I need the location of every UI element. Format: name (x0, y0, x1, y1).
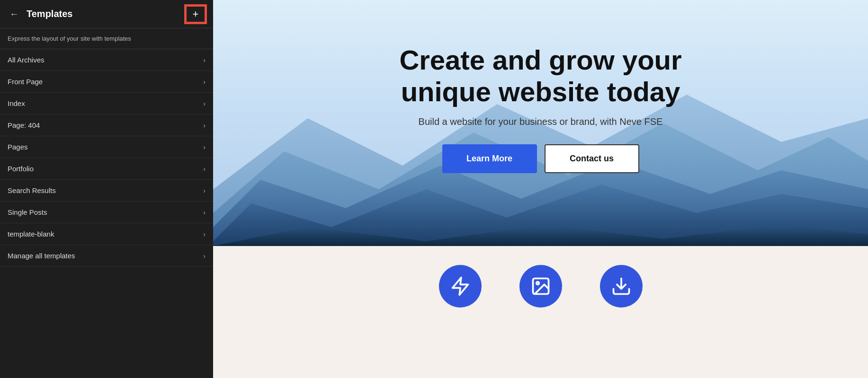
sidebar-title: Templates (27, 9, 180, 19)
nav-item-label-search-results: Search Results (8, 186, 56, 194)
nav-item-page-404[interactable]: Page: 404› (0, 114, 213, 136)
contact-us-button[interactable]: Contact us (545, 144, 639, 173)
nav-item-front-page[interactable]: Front Page› (0, 71, 213, 93)
sidebar-header: ← Templates + (0, 0, 213, 28)
nav-item-label-manage-all-templates: Manage all templates (8, 252, 75, 260)
feature-icon-1 (439, 265, 482, 308)
nav-item-index[interactable]: Index› (0, 93, 213, 114)
nav-item-search-results[interactable]: Search Results› (0, 180, 213, 202)
learn-more-button[interactable]: Learn More (442, 144, 537, 173)
hero-text-content: Create and grow your unique website toda… (332, 44, 749, 173)
nav-item-chevron-index: › (203, 100, 206, 107)
nav-item-label-front-page: Front Page (8, 78, 43, 86)
nav-item-all-archives[interactable]: All Archives› (0, 49, 213, 71)
nav-item-chevron-pages: › (203, 143, 206, 151)
nav-item-chevron-search-results: › (203, 187, 206, 194)
sidebar-subtitle: Express the layout of your site with tem… (0, 28, 213, 49)
nav-item-label-template-blank: template-blank (8, 230, 54, 238)
svg-point-7 (536, 282, 539, 285)
sidebar: ← Templates + Express the layout of your… (0, 0, 213, 378)
nav-item-single-posts[interactable]: Single Posts› (0, 202, 213, 223)
nav-item-pages[interactable]: Pages› (0, 136, 213, 158)
nav-item-label-pages: Pages (8, 143, 28, 151)
svg-marker-5 (213, 225, 868, 246)
feature-icon-2 (519, 265, 562, 308)
nav-item-chevron-all-archives: › (203, 56, 206, 64)
nav-item-chevron-front-page: › (203, 78, 206, 86)
nav-item-portfolio[interactable]: Portfolio› (0, 158, 213, 180)
hero-buttons: Learn More Contact us (351, 144, 730, 173)
nav-item-template-blank[interactable]: template-blank› (0, 223, 213, 245)
hero-subheadline: Build a website for your business or bra… (351, 116, 730, 127)
main-content: Create and grow your unique website toda… (213, 0, 868, 378)
nav-item-chevron-manage-all-templates: › (203, 252, 206, 260)
hero-headline: Create and grow your unique website toda… (351, 44, 730, 107)
add-template-button[interactable]: + (186, 6, 206, 23)
plus-icon: + (193, 8, 199, 20)
download-icon (611, 276, 632, 297)
nav-item-chevron-single-posts: › (203, 209, 206, 216)
lightning-icon (450, 276, 471, 297)
nav-item-label-single-posts: Single Posts (8, 208, 47, 216)
back-button[interactable]: ← (8, 7, 21, 21)
nav-item-label-all-archives: All Archives (8, 56, 45, 64)
sidebar-nav[interactable]: All Archives›Front Page›Index›Page: 404›… (0, 49, 213, 378)
feature-icon-3 (600, 265, 643, 308)
bottom-section (213, 246, 868, 378)
nav-item-label-portfolio: Portfolio (8, 165, 34, 173)
nav-item-label-page-404: Page: 404 (8, 121, 40, 129)
image-icon (530, 276, 551, 297)
nav-item-chevron-template-blank: › (203, 230, 206, 238)
nav-item-chevron-portfolio: › (203, 165, 206, 173)
back-icon: ← (9, 9, 19, 19)
hero-section: Create and grow your unique website toda… (213, 0, 868, 246)
nav-item-manage-all-templates[interactable]: Manage all templates› (0, 245, 213, 267)
nav-item-label-index: Index (8, 99, 25, 107)
nav-item-chevron-page-404: › (203, 122, 206, 129)
